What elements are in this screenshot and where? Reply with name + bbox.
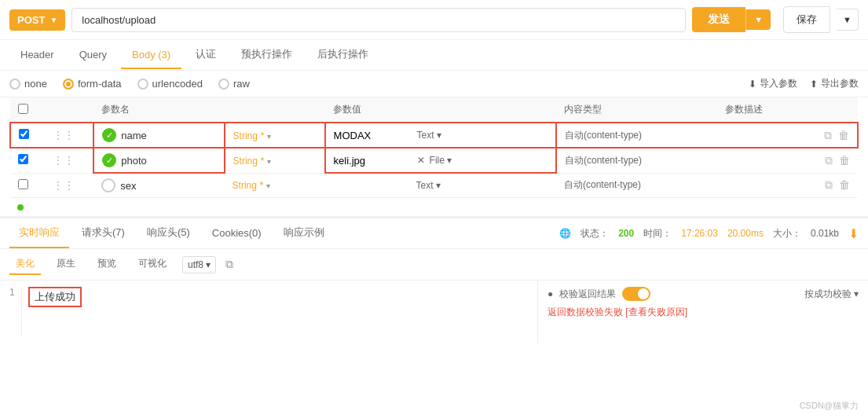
row1-value-type[interactable]: Text ▾ — [417, 130, 441, 141]
row3-value-type-arrow: ▾ — [436, 180, 441, 191]
th-actions — [797, 97, 858, 123]
resp-tab-req-headers[interactable]: 请求头(7) — [72, 218, 134, 248]
resp-tab-resp-headers[interactable]: 响应头(5) — [137, 218, 200, 248]
row2-delete-icon[interactable]: 🗑 — [839, 154, 850, 167]
response-area: 实时响应 请求头(7) 响应头(5) Cookies(0) 响应示例 🌐 状态：… — [0, 216, 868, 343]
row1-content-type: 自动(content-type) — [565, 130, 642, 141]
row2-value-type[interactable]: File ▾ — [430, 155, 452, 166]
dot-indicator: ● — [548, 288, 553, 299]
verify-toggle[interactable] — [622, 287, 650, 301]
row1-delete-icon[interactable]: 🗑 — [838, 129, 849, 142]
row3-value-type[interactable]: Text ▾ — [416, 180, 441, 191]
th-param-desc: 参数描述 — [717, 97, 797, 123]
radio-raw-label: raw — [233, 78, 250, 90]
url-input[interactable] — [71, 8, 686, 32]
copy-icon[interactable]: ⧉ — [225, 258, 233, 271]
row2-copy-icon[interactable]: ⧉ — [825, 154, 833, 167]
top-bar: POST ▼ 发送 ▼ 保存 ▼ — [0, 0, 868, 40]
tab-pre-exec[interactable]: 预执行操作 — [230, 40, 303, 70]
row1-value-type-label: Text — [417, 130, 434, 141]
row3-asterisk: * — [260, 179, 264, 191]
select-all-checkbox[interactable] — [18, 104, 28, 114]
tab-header[interactable]: Header — [9, 42, 65, 69]
row1-name-group: ✓ name — [102, 128, 215, 142]
row2-value-input[interactable] — [334, 155, 412, 167]
fail-row: 返回数据校验失败 [查看失败原因] — [548, 306, 859, 319]
drag-handle-icon[interactable]: ⋮⋮ — [53, 179, 75, 192]
resp-tab-cookies[interactable]: Cookies(0) — [203, 220, 271, 248]
line-numbers: 1 — [9, 287, 22, 337]
send-btn-group: 发送 ▼ — [692, 7, 771, 32]
tab-post-exec[interactable]: 后执行操作 — [306, 40, 379, 70]
row2-type-dropdown[interactable]: ▾ — [267, 157, 271, 166]
radio-none[interactable]: none — [9, 78, 47, 90]
upload-icon: ⬆ — [810, 79, 818, 90]
th-param-name: 参数名 — [93, 97, 224, 123]
row2-action-icons: ⧉ 🗑 — [805, 154, 850, 167]
row3-action-icons: ⧉ 🗑 — [805, 178, 850, 192]
row3-copy-icon[interactable]: ⧉ — [825, 178, 833, 192]
size-label: 大小： — [773, 227, 801, 240]
tab-auth[interactable]: 认证 — [185, 40, 227, 70]
save-button[interactable]: 保存 — [783, 6, 830, 33]
radio-urlencoded[interactable]: urlencoded — [137, 78, 203, 90]
encoding-select[interactable]: utf8 ▾ — [182, 256, 216, 273]
radio-raw-circle — [218, 79, 229, 90]
table-row: ⋮⋮ ✓ name String * ▾ — [10, 123, 858, 148]
resp-tab-example[interactable]: 响应示例 — [274, 218, 334, 248]
radio-none-label: none — [24, 78, 47, 90]
row3-name-group: sex — [101, 178, 216, 192]
row1-check-icon: ✓ — [102, 128, 116, 142]
row1-copy-icon[interactable]: ⧉ — [824, 129, 832, 142]
row3-checkbox[interactable] — [18, 179, 28, 189]
resp-body-tab-preview[interactable]: 预览 — [91, 254, 123, 275]
resp-body-tab-beautify[interactable]: 美化 — [9, 254, 41, 275]
th-param-value: 参数值 — [325, 97, 556, 123]
import-params-button[interactable]: ⬇ 导入参数 — [749, 77, 797, 90]
resp-tab-realtime[interactable]: 实时响应 — [9, 218, 69, 248]
resp-body-tab-visual[interactable]: 可视化 — [132, 254, 173, 275]
row2-checkbox[interactable] — [18, 154, 28, 164]
row1-asterisk: * — [261, 130, 265, 141]
row3-delete-icon[interactable]: 🗑 — [839, 178, 850, 192]
row3-type-dropdown[interactable]: ▾ — [266, 182, 270, 190]
row1-value-input[interactable] — [334, 130, 412, 141]
row1-param-name: name — [121, 130, 147, 141]
radio-urlencoded-label: urlencoded — [152, 78, 203, 90]
verify-mode-arrow: ▾ — [854, 288, 859, 299]
export-params-button[interactable]: ⬆ 导出参数 — [810, 77, 859, 90]
send-dropdown-button[interactable]: ▼ — [745, 9, 771, 30]
row2-close-icon[interactable]: ✕ — [417, 155, 425, 166]
encoding-value: utf8 — [188, 259, 203, 270]
method-select[interactable]: POST ▼ — [9, 9, 65, 31]
send-button[interactable]: 发送 — [692, 7, 745, 32]
line-number-1: 1 — [9, 287, 15, 298]
verify-mode-select[interactable]: 按成功校验 ▾ — [804, 288, 859, 301]
row1-drag: ⋮⋮ — [45, 123, 94, 148]
save-dropdown-button[interactable]: ▼ — [837, 9, 859, 31]
tab-query[interactable]: Query — [68, 42, 118, 69]
row3-content-type-cell: 自动(content-type) — [556, 173, 717, 198]
row2-check-icon: ✓ — [102, 153, 116, 167]
import-export-group: ⬇ 导入参数 ⬆ 导出参数 — [749, 77, 859, 90]
tab-body[interactable]: Body (3) — [121, 42, 181, 69]
th-type — [225, 97, 325, 123]
row1-checkbox[interactable] — [19, 129, 29, 139]
response-status-bar: 🌐 状态： 200 时间： 17:26:03 20.00ms 大小： 0.01k… — [559, 226, 859, 241]
fail-text: 返回数据校验失败 — [548, 306, 623, 317]
download-icon[interactable]: ⬇ — [848, 226, 859, 241]
drag-handle-icon[interactable]: ⋮⋮ — [53, 154, 75, 167]
verify-mode-label: 按成功校验 — [804, 288, 852, 301]
response-body-bar: 美化 原生 预览 可视化 utf8 ▾ ⧉ — [0, 249, 868, 280]
fail-link[interactable]: [查看失败原因] — [625, 306, 687, 317]
radio-form-data[interactable]: form-data — [63, 78, 122, 90]
method-label: POST — [17, 14, 45, 26]
radio-raw[interactable]: raw — [218, 78, 250, 90]
row2-asterisk: * — [261, 155, 265, 167]
row3-desc-cell — [717, 173, 797, 198]
row2-content-type: 自动(content-type) — [565, 155, 642, 166]
row1-type-dropdown[interactable]: ▾ — [267, 132, 271, 141]
resp-body-tab-raw[interactable]: 原生 — [50, 254, 82, 275]
drag-handle-icon[interactable]: ⋮⋮ — [53, 129, 75, 141]
row3-value-input[interactable] — [333, 180, 412, 192]
